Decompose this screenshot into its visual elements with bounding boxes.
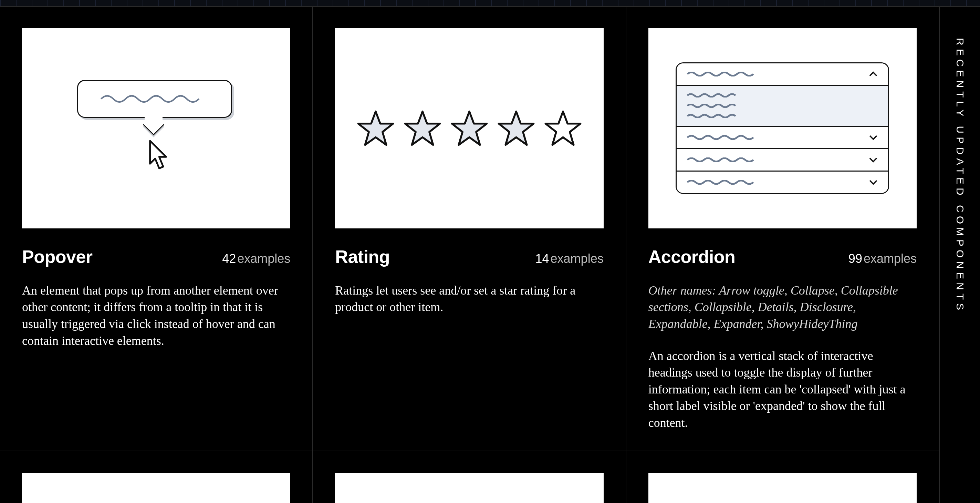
star-outline-icon [544,109,582,147]
cursor-icon [146,139,170,173]
preview-partial [648,473,916,503]
squiggle-icon [686,157,755,162]
card-description: An accordion is a vertical stack of inte… [648,348,912,431]
sidebar-recently-updated[interactable]: RECENTLY UPDATED COMPONENTS [939,6,980,503]
squiggle-icon [686,93,738,97]
star-icon [497,109,535,147]
component-card-accordion[interactable]: Accordion 99examples Other names: Arrow … [626,7,939,451]
card-description: An element that pops up from another ele… [22,282,285,349]
star-icon [357,109,395,147]
card-other-names: Other names: Arrow toggle, Collapse, Col… [648,282,916,332]
preview-accordion [648,28,916,228]
chevron-down-icon [868,132,878,143]
component-card-rating[interactable]: Rating 14examples Ratings let users see … [313,7,626,451]
preview-partial [22,473,290,503]
preview-popover [22,28,290,228]
component-card-popover[interactable]: Popover 42examples An element that pops … [0,7,313,451]
card-title: Popover [22,246,92,267]
squiggle-icon [686,104,738,108]
component-card-partial[interactable] [313,451,626,503]
example-count: 42examples [222,251,290,266]
squiggle-icon [686,135,755,140]
squiggle-icon [686,180,755,185]
star-icon [450,109,488,147]
popover-bubble-illustration [77,80,232,118]
chevron-down-icon [868,177,878,187]
card-title: Rating [335,246,390,267]
star-icon [404,109,441,147]
sidebar-label: RECENTLY UPDATED COMPONENTS [954,38,966,313]
preview-rating [335,28,603,228]
card-description: Ratings let users see and/or set a star … [335,282,598,316]
squiggle-icon [686,114,738,118]
component-card-partial[interactable] [0,451,313,503]
squiggle-icon [100,94,210,104]
preview-partial [335,473,603,503]
squiggle-icon [686,72,755,77]
chevron-up-icon [868,69,878,79]
example-count: 99examples [848,251,916,266]
component-card-partial[interactable] [626,451,939,503]
card-title: Accordion [648,246,735,267]
component-grid: Popover 42examples An element that pops … [0,6,939,503]
chevron-down-icon [868,155,878,165]
example-count: 14examples [535,251,604,266]
